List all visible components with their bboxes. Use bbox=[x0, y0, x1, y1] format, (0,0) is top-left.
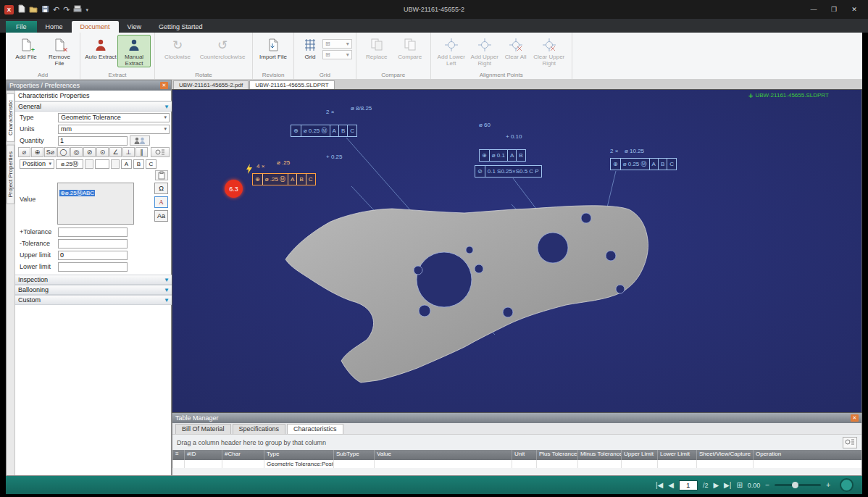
inspection-expander[interactable]: Inspection ▼ bbox=[15, 275, 172, 285]
panel-close-button[interactable]: ✕ bbox=[160, 82, 168, 89]
value-editor[interactable]: ⊕⌀.25ⓂABC bbox=[57, 183, 134, 225]
grid-size-select[interactable]: ⊞▾ bbox=[322, 50, 352, 59]
zoom-in-icon[interactable]: + bbox=[826, 482, 830, 489]
column-header-minustolerance[interactable]: Minus Tolerance bbox=[577, 450, 621, 460]
close-button[interactable]: ✕ bbox=[845, 3, 864, 16]
column-header-type[interactable]: Type bbox=[264, 450, 333, 460]
fit-view-icon[interactable]: ⊞ bbox=[736, 482, 742, 489]
qat-customize-caret-icon[interactable]: ▾ bbox=[85, 6, 88, 14]
column-header-unit[interactable]: Unit bbox=[512, 450, 536, 460]
side-tab-characteristic[interactable]: Characteristic bbox=[7, 93, 14, 142]
type-select[interactable]: Geometric Tolerance ▾ bbox=[58, 113, 170, 122]
table-manager-close-button[interactable]: ✕ bbox=[851, 414, 859, 422]
general-expander[interactable]: General ▼ bbox=[15, 101, 172, 112]
tab-home[interactable]: Home bbox=[37, 21, 72, 33]
last-page-icon[interactable]: ▶| bbox=[724, 482, 731, 489]
next-page-icon[interactable]: ▶ bbox=[713, 482, 719, 489]
copy-value-button[interactable] bbox=[155, 170, 168, 180]
fcf-tolerance-box[interactable]: ⌀.25Ⓜ bbox=[56, 159, 83, 169]
case-button[interactable]: Aa bbox=[154, 210, 168, 222]
save-icon[interactable] bbox=[41, 5, 49, 14]
column-header-operation[interactable]: Operation bbox=[753, 450, 861, 460]
quick-tool-fab[interactable] bbox=[840, 478, 854, 492]
column-header-lowerlimit[interactable]: Lower Limit bbox=[657, 450, 696, 460]
doc-tab-sldprt[interactable]: UBW-21161-45655.SLDPRT bbox=[249, 80, 334, 89]
add-lower-left-button[interactable]: Add Lower Left bbox=[435, 35, 468, 67]
drawing-canvas[interactable]: + UBW-21161-45655.SLDPRT 2 × ⌀ 8/8.25 ⊕⌀… bbox=[172, 89, 862, 413]
datum-a-box[interactable]: A bbox=[121, 159, 132, 169]
manual-extract-button[interactable]: Manual Extract bbox=[117, 35, 151, 67]
new-file-icon[interactable] bbox=[17, 4, 25, 14]
counterclockwise-button[interactable]: ↺ Counterclockwise bbox=[196, 35, 249, 61]
font-button[interactable]: A bbox=[154, 196, 168, 208]
gdt-symbol-button[interactable]: ⌀ bbox=[18, 147, 30, 157]
symbol-omega-button[interactable]: Ω bbox=[154, 183, 168, 194]
gdt-symbol-button[interactable]: ∥ bbox=[135, 147, 148, 157]
side-tab-project-properties[interactable]: Project Properties bbox=[7, 145, 14, 204]
maximize-button[interactable]: ❐ bbox=[825, 3, 843, 16]
remove-file-button[interactable]: ✕ Remove File bbox=[43, 35, 76, 67]
custom-expander[interactable]: Custom ▼ bbox=[15, 295, 172, 305]
undo-icon[interactable]: ↶ bbox=[53, 6, 59, 14]
page-number-input[interactable] bbox=[679, 480, 698, 490]
upper-limit-input[interactable] bbox=[58, 251, 128, 260]
replace-button[interactable]: Replace bbox=[360, 35, 393, 61]
minimize-button[interactable]: — bbox=[804, 3, 823, 16]
doc-tab-pdf[interactable]: UBW-21161-45655-2.pdf bbox=[173, 80, 249, 89]
column-header-char[interactable]: #Char bbox=[222, 450, 264, 460]
gdt-more-symbols-button[interactable] bbox=[151, 147, 170, 157]
fcf-extra-input[interactable] bbox=[95, 159, 109, 169]
datum-b-box[interactable]: B bbox=[133, 159, 144, 169]
ballooning-expander[interactable]: Ballooning ▼ bbox=[15, 285, 172, 295]
zoom-out-icon[interactable]: − bbox=[765, 482, 769, 489]
selected-feature-control-frame[interactable]: ⊕⌀ .25 ⓂABC bbox=[252, 173, 316, 185]
open-file-icon[interactable] bbox=[29, 5, 38, 14]
feature-control-frame[interactable]: ⊕⌀ 0.25 ⓂABC bbox=[291, 125, 357, 137]
table-row[interactable]: Geometric Tolerance:Position bbox=[172, 460, 861, 468]
clear-all-button[interactable]: Clear All bbox=[501, 35, 530, 61]
datum-c-box[interactable]: C bbox=[146, 159, 157, 169]
zoom-slider[interactable] bbox=[775, 484, 821, 486]
add-file-button[interactable]: + Add File bbox=[9, 35, 43, 61]
gdt-symbol-button[interactable]: ⊘ bbox=[83, 147, 96, 157]
column-header-subtype[interactable]: SubType bbox=[333, 450, 374, 460]
gdt-symbol-button[interactable]: S⌀ bbox=[44, 147, 57, 157]
inspection-balloon[interactable]: 6.3 bbox=[225, 180, 243, 198]
tab-view[interactable]: View bbox=[119, 21, 150, 33]
model-origin-label[interactable]: + UBW-21161-45655.SLDPRT bbox=[748, 92, 829, 99]
gdt-symbol-button[interactable]: ⊥ bbox=[122, 147, 135, 157]
gdt-symbol-button[interactable]: ◎ bbox=[70, 147, 83, 157]
grid-style-select[interactable]: ⊞▾ bbox=[322, 39, 352, 49]
feature-control-frame[interactable]: ⊘0.1 S0.25×S0.5 C P bbox=[475, 165, 542, 178]
minus-tolerance-input[interactable] bbox=[58, 239, 128, 248]
gdt-symbol-button[interactable]: ◯ bbox=[57, 147, 70, 157]
column-header-id[interactable]: #ID bbox=[184, 450, 222, 460]
compare-button[interactable]: Compare bbox=[393, 35, 427, 61]
balloon-list-button[interactable] bbox=[843, 437, 857, 448]
grid-button[interactable]: Grid bbox=[298, 35, 322, 61]
plus-tolerance-input[interactable] bbox=[58, 227, 128, 237]
column-header-upperlimit[interactable]: Upper Limit bbox=[621, 450, 657, 460]
feature-control-frame[interactable]: ⊕⌀ 0.25 ⓂABC bbox=[610, 158, 677, 170]
subtype-select[interactable]: Position ▾ bbox=[20, 159, 54, 169]
column-header-value[interactable]: Value bbox=[374, 450, 512, 460]
clockwise-button[interactable]: ↻ Clockwise bbox=[159, 35, 196, 61]
tab-specifications[interactable]: Specifications bbox=[233, 424, 286, 434]
feature-control-frame[interactable]: ⊕⌀ 0.1AB bbox=[479, 149, 526, 162]
add-upper-right-button[interactable]: Add Upper Right bbox=[468, 35, 501, 67]
redo-icon[interactable]: ↷ bbox=[63, 6, 70, 14]
gdt-symbol-button[interactable]: ⊕ bbox=[31, 147, 43, 157]
quantity-input[interactable] bbox=[58, 136, 128, 146]
gdt-symbol-button[interactable]: ∠ bbox=[109, 147, 122, 157]
units-select[interactable]: mm ▾ bbox=[58, 125, 170, 134]
import-file-button[interactable]: Import File bbox=[256, 35, 290, 61]
fcf-modifier-button[interactable] bbox=[85, 159, 93, 169]
tab-file[interactable]: File bbox=[6, 21, 37, 33]
first-page-icon[interactable]: |◀ bbox=[656, 482, 663, 489]
fcf-modifier-button[interactable] bbox=[111, 159, 120, 169]
zoom-slider-thumb[interactable] bbox=[792, 482, 798, 488]
tab-document[interactable]: Document bbox=[72, 21, 119, 33]
print-icon[interactable] bbox=[73, 5, 82, 14]
gdt-symbol-button[interactable]: ⊙ bbox=[96, 147, 109, 157]
balloon-people-button[interactable] bbox=[130, 135, 150, 146]
